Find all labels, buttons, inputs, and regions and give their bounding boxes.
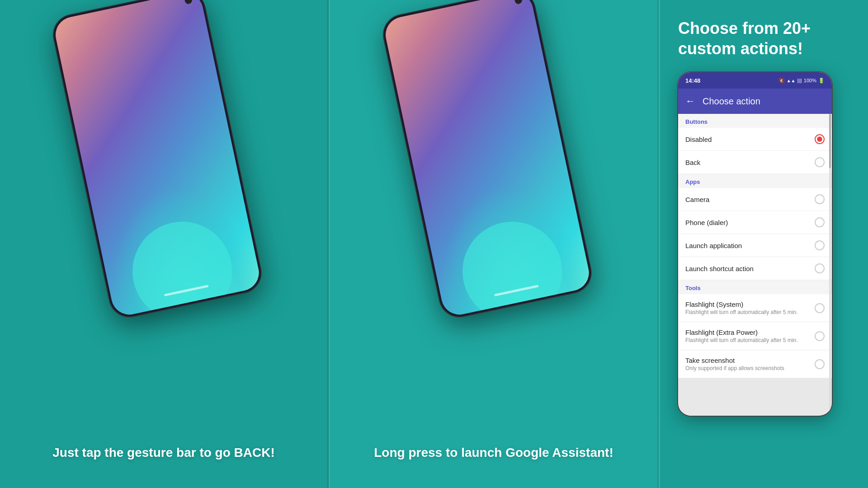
right-heading: Choose from 20+ custom actions! bbox=[678, 18, 811, 59]
wifi-icon: ▲▲ bbox=[787, 78, 796, 83]
section-buttons: Buttons bbox=[678, 114, 832, 128]
toolbar-title: Choose action bbox=[703, 96, 760, 107]
signal-icon: |||| bbox=[797, 78, 802, 83]
battery-icon: 🔋 bbox=[818, 78, 825, 84]
item-flashlight-system[interactable]: Flashlight (System) Flashlight will turn… bbox=[678, 294, 832, 322]
item-phone-dialer-label: Phone (dialer) bbox=[685, 219, 728, 226]
mute-icon: 🔇 bbox=[778, 78, 785, 84]
radio-launch-app[interactable] bbox=[815, 240, 825, 250]
panel1-caption: Just tap the gesture bar to go BACK! bbox=[0, 445, 327, 461]
item-screenshot[interactable]: Take screenshot Only supported if app al… bbox=[678, 350, 832, 378]
status-icons: 🔇 ▲▲ |||| 100% 🔋 bbox=[778, 78, 825, 84]
battery-text: 100% bbox=[804, 78, 816, 83]
android-toolbar: ← Choose action bbox=[678, 89, 832, 114]
item-flashlight-system-label: Flashlight (System) bbox=[685, 300, 798, 308]
radio-flashlight-system[interactable] bbox=[815, 303, 825, 313]
radio-back[interactable] bbox=[815, 157, 825, 167]
item-launch-app-label: Launch application bbox=[685, 242, 742, 249]
panel2-caption: Long press to launch Google Assistant! bbox=[330, 445, 657, 461]
item-phone-dialer[interactable]: Phone (dialer) bbox=[678, 211, 832, 234]
back-button[interactable]: ← bbox=[685, 95, 695, 107]
radio-launch-shortcut[interactable] bbox=[815, 263, 825, 273]
item-launch-shortcut-label: Launch shortcut action bbox=[685, 265, 754, 272]
android-content: Buttons Disabled Back Apps Camera Phone … bbox=[678, 114, 832, 378]
scrollbar-thumb[interactable] bbox=[829, 114, 831, 168]
radio-flashlight-extra[interactable] bbox=[815, 331, 825, 341]
item-back-label: Back bbox=[685, 159, 700, 166]
item-flashlight-extra[interactable]: Flashlight (Extra Power) Flashlight will… bbox=[678, 322, 832, 350]
item-launch-shortcut[interactable]: Launch shortcut action bbox=[678, 257, 832, 280]
item-disabled-label: Disabled bbox=[685, 136, 712, 143]
right-panel: Choose from 20+ custom actions! 14:48 🔇 … bbox=[660, 0, 868, 488]
status-time: 14:48 bbox=[685, 77, 700, 84]
item-back[interactable]: Back bbox=[678, 151, 832, 174]
item-camera-label: Camera bbox=[685, 196, 709, 203]
item-launch-app[interactable]: Launch application bbox=[678, 234, 832, 257]
radio-disabled[interactable] bbox=[815, 134, 825, 144]
section-tools: Tools bbox=[678, 280, 832, 294]
item-flashlight-extra-sub: Flashlight will turn off automatically a… bbox=[685, 337, 798, 343]
radio-screenshot[interactable] bbox=[815, 359, 825, 369]
status-bar: 14:48 🔇 ▲▲ |||| 100% 🔋 bbox=[678, 72, 832, 89]
scrollbar-track bbox=[829, 114, 831, 416]
section-apps: Apps bbox=[678, 174, 832, 188]
item-flashlight-system-sub: Flashlight will turn off automatically a… bbox=[685, 309, 798, 315]
item-screenshot-sub: Only supported if app allows screenshots bbox=[685, 365, 784, 371]
radio-phone-dialer[interactable] bbox=[815, 217, 825, 227]
radio-camera[interactable] bbox=[815, 194, 825, 204]
item-disabled[interactable]: Disabled bbox=[678, 128, 832, 151]
item-screenshot-label: Take screenshot bbox=[685, 357, 784, 364]
android-mockup: 14:48 🔇 ▲▲ |||| 100% 🔋 ← Choose action B… bbox=[678, 72, 832, 416]
item-camera[interactable]: Camera bbox=[678, 188, 832, 211]
item-flashlight-extra-label: Flashlight (Extra Power) bbox=[685, 328, 798, 336]
